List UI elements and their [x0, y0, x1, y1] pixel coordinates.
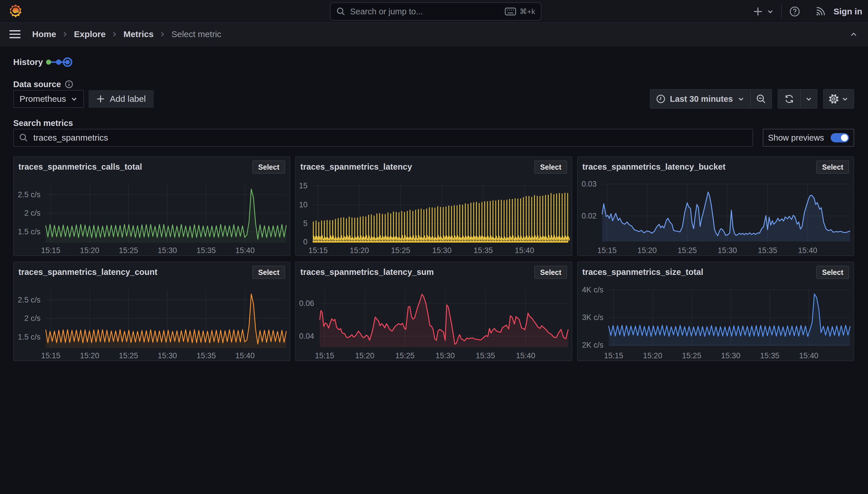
- svg-text:10: 10: [299, 201, 308, 209]
- svg-text:15:35: 15:35: [758, 246, 777, 255]
- svg-text:15:20: 15:20: [637, 246, 657, 255]
- svg-text:15:25: 15:25: [395, 352, 414, 360]
- svg-text:15:35: 15:35: [197, 246, 216, 255]
- svg-text:2 c/s: 2 c/s: [24, 314, 41, 323]
- svg-text:15:35: 15:35: [476, 352, 495, 360]
- svg-text:15:30: 15:30: [435, 352, 455, 360]
- svg-text:15:20: 15:20: [355, 352, 374, 360]
- svg-text:2.5 c/s: 2.5 c/s: [18, 190, 41, 199]
- svg-text:15:40: 15:40: [516, 352, 535, 360]
- svg-text:15:15: 15:15: [597, 246, 616, 255]
- svg-text:15:20: 15:20: [350, 246, 369, 255]
- svg-text:0.06: 0.06: [299, 299, 314, 308]
- svg-text:15:15: 15:15: [41, 246, 60, 255]
- svg-text:15:40: 15:40: [235, 246, 255, 255]
- svg-text:15:35: 15:35: [197, 352, 216, 360]
- svg-text:15:35: 15:35: [760, 352, 780, 360]
- svg-text:15:30: 15:30: [158, 246, 177, 255]
- svg-text:15: 15: [299, 182, 308, 190]
- svg-text:15:20: 15:20: [643, 352, 662, 360]
- svg-text:0: 0: [303, 238, 308, 246]
- svg-text:15:35: 15:35: [474, 246, 493, 255]
- svg-text:15:25: 15:25: [677, 246, 697, 255]
- svg-text:15:40: 15:40: [235, 352, 255, 360]
- svg-text:15:15: 15:15: [309, 246, 328, 255]
- svg-text:1.5 c/s: 1.5 c/s: [18, 227, 41, 236]
- svg-text:15:20: 15:20: [80, 246, 99, 255]
- svg-text:2K c/s: 2K c/s: [582, 341, 603, 349]
- svg-text:5: 5: [303, 219, 308, 228]
- svg-text:15:15: 15:15: [604, 352, 623, 360]
- svg-text:15:15: 15:15: [41, 352, 60, 360]
- svg-text:4K c/s: 4K c/s: [582, 286, 603, 294]
- svg-text:15:25: 15:25: [391, 246, 410, 255]
- svg-text:15:30: 15:30: [158, 352, 177, 360]
- svg-text:0.04: 0.04: [299, 332, 314, 340]
- svg-text:15:40: 15:40: [798, 246, 817, 255]
- svg-text:15:15: 15:15: [315, 352, 334, 360]
- svg-text:15:25: 15:25: [119, 352, 138, 360]
- svg-text:15:25: 15:25: [119, 246, 138, 255]
- svg-text:15:25: 15:25: [682, 352, 701, 360]
- svg-text:15:30: 15:30: [721, 352, 741, 360]
- svg-text:0.03: 0.03: [581, 180, 596, 188]
- svg-text:3K c/s: 3K c/s: [582, 313, 603, 322]
- svg-text:2.5 c/s: 2.5 c/s: [18, 296, 41, 304]
- svg-text:15:30: 15:30: [718, 246, 737, 255]
- svg-text:15:40: 15:40: [515, 246, 534, 255]
- svg-text:2 c/s: 2 c/s: [24, 209, 41, 217]
- svg-text:0.02: 0.02: [581, 212, 596, 220]
- svg-text:15:20: 15:20: [80, 352, 99, 360]
- svg-text:1.5 c/s: 1.5 c/s: [18, 333, 41, 341]
- svg-text:15:40: 15:40: [799, 352, 818, 360]
- svg-text:15:30: 15:30: [432, 246, 452, 255]
